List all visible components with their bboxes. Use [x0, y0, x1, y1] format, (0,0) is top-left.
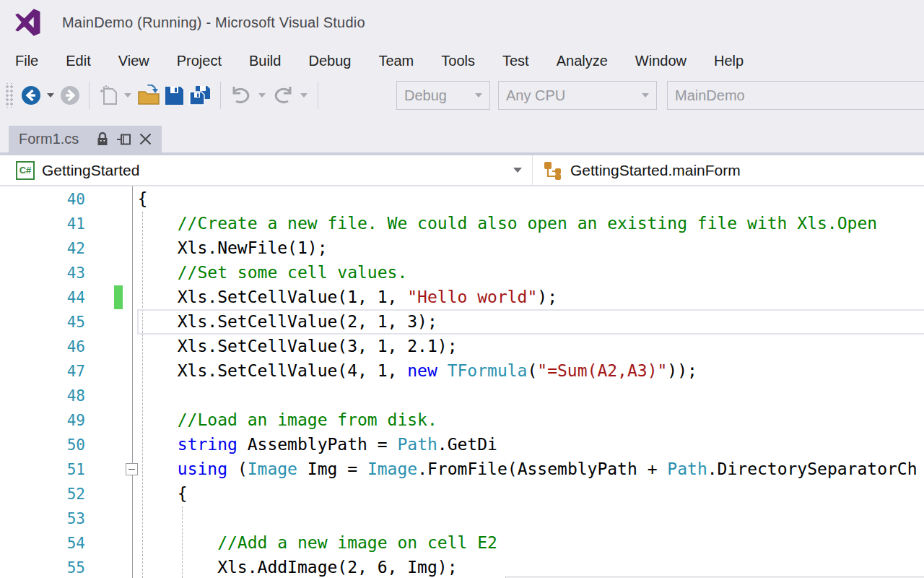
visual-studio-logo-icon [13, 7, 42, 38]
code-text: Xls.SetCellValue(4, 1, new TFormula("=Su… [97, 359, 697, 384]
chevron-down-icon [513, 168, 522, 173]
current-line-highlight [137, 309, 924, 335]
line-number: 42 [0, 236, 85, 261]
forward-arrow-icon [60, 85, 80, 105]
undo-arrow-icon [230, 85, 253, 105]
code-line-54[interactable]: 54 //Add a new image on cell E2 [0, 531, 924, 556]
code-text: Xls.AddImage(2, 6, Img); [97, 556, 458, 578]
save-all-icon [188, 85, 212, 106]
code-text: Xls.NewFile(1); [97, 236, 328, 261]
menu-test[interactable]: Test [489, 47, 543, 75]
line-number: 49 [0, 408, 85, 433]
redo-arrow-icon [271, 85, 295, 105]
startup-project-dropdown[interactable]: MainDemo [667, 81, 924, 110]
code-line-52[interactable]: 52 { [0, 482, 924, 506]
code-line-51[interactable]: 51 using (Image Img = Image.FromFile(Ass… [0, 457, 924, 482]
code-text: string AssemblyPath = Path.GetDi [97, 433, 497, 457]
toolbar-separator [220, 82, 221, 109]
menu-window[interactable]: Window [622, 47, 700, 75]
code-text: using (Image Img = Image.FromFile(Assemb… [97, 457, 918, 482]
redo-dropdown[interactable] [300, 93, 308, 98]
project-name: GettingStarted [42, 162, 139, 179]
code-line-44[interactable]: 44 Xls.SetCellValue(1, 1, "Hello world")… [0, 285, 924, 310]
line-number: 45 [0, 310, 85, 335]
toolbar-grip-handle[interactable] [4, 83, 13, 108]
tab-form1-cs[interactable]: Form1.cs [9, 126, 162, 152]
toolbar-separator [318, 82, 318, 109]
code-text: //Add a new image on cell E2 [97, 531, 497, 556]
line-number: 43 [0, 261, 85, 285]
code-text: //Set some cell values. [97, 261, 407, 285]
menu-view[interactable]: View [105, 47, 163, 75]
close-icon[interactable] [139, 133, 152, 145]
new-file-button[interactable] [98, 85, 118, 106]
navigate-forward-button[interactable] [60, 85, 80, 105]
line-number: 44 [0, 285, 85, 310]
undo-button[interactable] [230, 85, 253, 105]
line-number: 47 [0, 359, 85, 384]
collapse-region-button[interactable] [126, 463, 138, 475]
solution-platform-dropdown[interactable]: Any CPU [498, 81, 657, 110]
line-number: 40 [0, 187, 85, 212]
solution-configuration-dropdown[interactable]: Debug [396, 81, 490, 110]
solution-platform-value: Any CPU [506, 87, 638, 104]
line-number: 51 [0, 457, 85, 482]
class-icon [543, 160, 563, 181]
member-dropdown[interactable]: GettingStarted.mainForm [533, 155, 924, 185]
startup-project-value: MainDemo [675, 87, 924, 104]
back-arrow-icon [21, 85, 41, 105]
navigate-backward-button[interactable] [21, 85, 41, 105]
code-lines: 40 {41 //Create a new file. We could als… [0, 187, 924, 578]
project-dropdown[interactable]: C# GettingStarted [0, 155, 532, 185]
pin-icon[interactable] [116, 133, 132, 146]
line-number: 50 [0, 433, 85, 457]
menu-project[interactable]: Project [163, 47, 235, 75]
csharp-project-icon: C# [16, 161, 35, 180]
open-file-button[interactable] [137, 85, 160, 106]
menu-team[interactable]: Team [365, 47, 427, 75]
code-line-55[interactable]: 55 Xls.AddImage(2, 6, Img); [0, 556, 924, 578]
new-file-dropdown[interactable] [124, 93, 131, 98]
save-button[interactable] [165, 86, 184, 105]
code-line-49[interactable]: 49 //Load an image from disk. [0, 408, 924, 433]
code-line-40[interactable]: 40 { [0, 187, 924, 212]
menu-edit[interactable]: Edit [52, 47, 104, 75]
window-title: MainDemo (Running) - Microsoft Visual St… [62, 14, 365, 31]
toolbar-separator [89, 82, 90, 109]
code-line-53[interactable]: 53 [0, 506, 924, 531]
back-history-dropdown[interactable] [47, 93, 54, 98]
line-number: 46 [0, 335, 85, 359]
code-text: //Create a new file. We could also open … [97, 212, 877, 236]
code-text: //Load an image from disk. [97, 408, 437, 433]
code-line-43[interactable]: 43 //Set some cell values. [0, 261, 924, 285]
line-number: 52 [0, 482, 85, 506]
code-line-48[interactable]: 48 [0, 384, 924, 408]
tab-label: Form1.cs [19, 131, 79, 147]
redo-button[interactable] [271, 85, 295, 105]
menu-help[interactable]: Help [700, 47, 757, 75]
navigation-bar: C# GettingStarted GettingStarted.mainFor… [0, 152, 924, 186]
code-line-42[interactable]: 42 Xls.NewFile(1); [0, 236, 924, 261]
menu-build[interactable]: Build [235, 47, 295, 75]
menu-bar: FileEditViewProjectBuildDebugTeamToolsTe… [0, 45, 924, 77]
menu-file[interactable]: File [1, 47, 52, 75]
code-text: { [97, 187, 147, 212]
code-editor[interactable]: 40 {41 //Create a new file. We could als… [0, 186, 924, 578]
menu-tools[interactable]: Tools [427, 47, 489, 75]
line-number: 54 [0, 531, 85, 556]
new-file-icon [98, 85, 118, 106]
undo-dropdown[interactable] [258, 93, 266, 98]
open-folder-icon [137, 85, 160, 106]
code-line-47[interactable]: 47 Xls.SetCellValue(4, 1, new TFormula("… [0, 359, 924, 384]
code-text: { [97, 482, 188, 506]
line-number: 55 [0, 556, 85, 578]
lock-icon [96, 131, 109, 147]
code-line-50[interactable]: 50 string AssemblyPath = Path.GetDi [0, 433, 924, 457]
solution-configuration-value: Debug [404, 87, 471, 104]
save-all-button[interactable] [188, 85, 212, 106]
code-line-46[interactable]: 46 Xls.SetCellValue(3, 1, 2.1); [0, 335, 924, 359]
menu-analyze[interactable]: Analyze [543, 47, 622, 75]
code-line-41[interactable]: 41 //Create a new file. We could also op… [0, 212, 924, 236]
menu-debug[interactable]: Debug [295, 47, 365, 75]
chevron-down-icon [642, 93, 649, 98]
